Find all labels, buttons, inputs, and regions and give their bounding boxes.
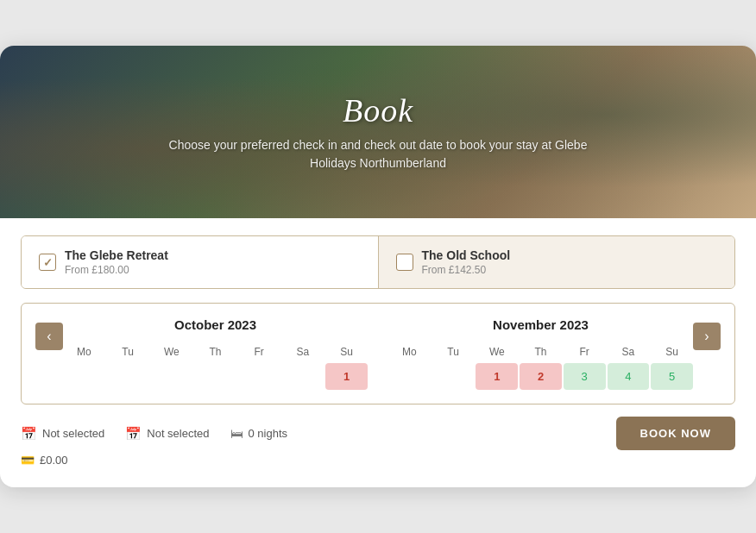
empty-cell — [107, 363, 149, 390]
empty-cell — [388, 363, 431, 390]
nights-display: 🛏 0 nights — [230, 426, 288, 441]
price-label: £0.00 — [40, 454, 68, 467]
checkin-display: 📅 Not selected — [21, 426, 104, 442]
day-header-su: Su — [651, 342, 693, 361]
day-header-fr: Fr — [564, 342, 606, 361]
booking-card: Book Choose your preferred check in and … — [0, 46, 756, 487]
checkin-label: Not selected — [42, 427, 104, 440]
hero-section: Book Choose your preferred check in and … — [0, 46, 756, 218]
book-now-button[interactable]: BOOK NOW — [616, 417, 735, 450]
checkout-display: 📅 Not selected — [125, 426, 209, 442]
glebe-retreat-price: From £180.00 — [65, 264, 168, 276]
day-1-november[interactable]: 1 — [476, 363, 518, 390]
day-2-november[interactable]: 2 — [520, 363, 562, 390]
empty-cell — [432, 363, 475, 390]
hero-subtitle: Choose your preferred check in and check… — [162, 136, 594, 172]
empty-cell — [150, 363, 192, 390]
nights-label: 0 nights — [249, 427, 288, 440]
calendar-icon: 📅 — [21, 426, 37, 442]
day-5-november[interactable]: 5 — [651, 363, 693, 390]
day-header-tu: Tu — [107, 342, 149, 361]
glebe-retreat-name: The Glebe Retreat — [65, 248, 168, 262]
empty-cell — [238, 363, 280, 390]
day-header-mo: Mo — [388, 342, 431, 361]
empty-cell — [194, 363, 236, 390]
glebe-retreat-checkbox[interactable] — [39, 254, 56, 271]
day-header-th: Th — [194, 342, 236, 361]
calendar-icon-2: 📅 — [125, 426, 142, 442]
hero-title: Book — [343, 91, 413, 129]
book-action: BOOK NOW — [616, 417, 735, 450]
day-3-november[interactable]: 3 — [564, 363, 606, 390]
tab-glebe-retreat[interactable]: The Glebe Retreat From £180.00 — [22, 236, 379, 288]
main-content: The Glebe Retreat From £180.00 The Old S… — [0, 218, 756, 487]
october-grid: Mo Tu We Th Fr Sa Su — [63, 342, 368, 390]
calendar-october: October 2023 Mo Tu We Th Fr Sa Su — [63, 317, 368, 390]
day-4-november[interactable]: 4 — [608, 363, 650, 390]
footer-row: 📅 Not selected 📅 Not selected 🛏 0 nights… — [21, 417, 735, 450]
empty-cell — [282, 363, 324, 390]
day-header-we: We — [476, 342, 518, 361]
november-header: November 2023 — [388, 317, 693, 332]
old-school-price: From £142.50 — [422, 264, 511, 276]
day-header-mo: Mo — [63, 342, 105, 361]
prev-month-button[interactable]: ‹ — [35, 323, 63, 350]
day-header-we: We — [150, 342, 192, 361]
calendar-november: November 2023 Mo Tu We Th Fr Sa Su — [388, 317, 693, 390]
next-month-button[interactable]: › — [693, 323, 721, 350]
old-school-checkbox[interactable] — [396, 254, 413, 271]
empty-cell — [63, 363, 105, 390]
day-1-october[interactable]: 1 — [325, 363, 368, 390]
day-header-th: Th — [520, 342, 562, 361]
calendars: October 2023 Mo Tu We Th Fr Sa Su — [63, 317, 693, 390]
card-icon: 💳 — [21, 454, 35, 467]
october-header: October 2023 — [63, 317, 368, 332]
day-header-sa: Sa — [282, 342, 324, 361]
tab-old-school[interactable]: The Old School From £142.50 — [379, 236, 735, 288]
property-tabs: The Glebe Retreat From £180.00 The Old S… — [21, 235, 735, 289]
november-grid: Mo Tu We Th Fr Sa Su 1 2 3 4 — [388, 342, 693, 390]
old-school-name: The Old School — [422, 248, 511, 262]
price-display: 💳 £0.00 — [21, 454, 735, 467]
day-header-su: Su — [325, 342, 368, 361]
day-header-sa: Sa — [608, 342, 650, 361]
calendar-wrapper: ‹ October 2023 Mo Tu We Th Fr Sa Su — [21, 303, 735, 404]
day-header-tu: Tu — [432, 342, 475, 361]
checkout-label: Not selected — [147, 427, 209, 440]
day-header-fr: Fr — [238, 342, 280, 361]
bed-icon: 🛏 — [230, 426, 243, 441]
